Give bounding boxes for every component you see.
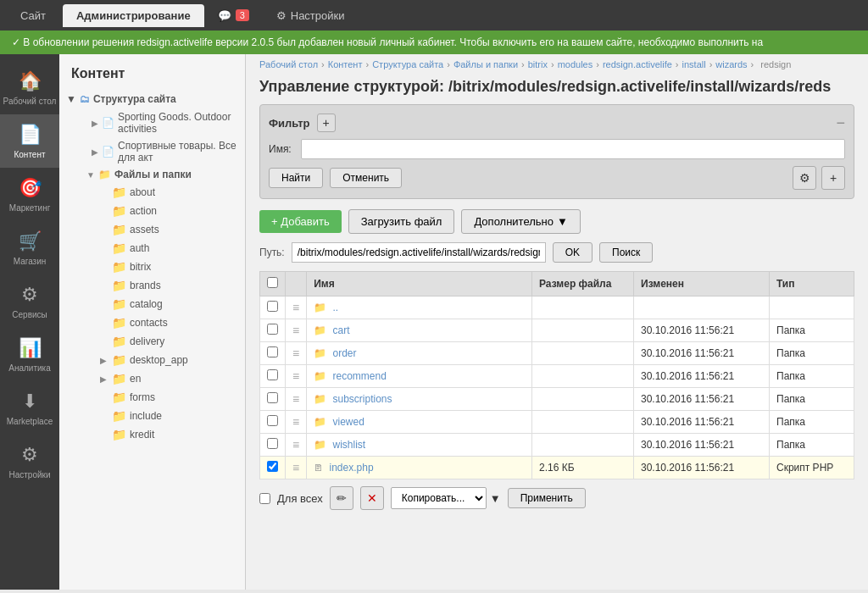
- filter-box: Фильтр + − Имя: Найти Отменить ⚙ +: [259, 104, 854, 199]
- sidebar-item-desktop[interactable]: 🏠 Рабочий стол: [0, 61, 59, 114]
- tree-structure-site[interactable]: ▼ 🗂 Структура сайта: [59, 90, 245, 108]
- left-panel: Контент ▼ 🗂 Структура сайта ▶ 📄 Sporting…: [59, 54, 246, 590]
- admin-tab[interactable]: Администрирование: [63, 4, 204, 27]
- php-icon: 🖹: [314, 463, 323, 473]
- more-button[interactable]: Дополнительно ▼: [461, 209, 580, 234]
- row-menu-icon[interactable]: ≡: [292, 461, 299, 474]
- home-icon: 🏠: [18, 69, 42, 93]
- path-ok-button[interactable]: OK: [553, 242, 593, 263]
- file-link-indexphp[interactable]: index.php: [330, 462, 374, 474]
- tree-item-delivery[interactable]: 📁 delivery: [71, 332, 245, 351]
- edit-icon-button[interactable]: ✏: [330, 486, 353, 510]
- tree-files-folders[interactable]: ▼ 📁 Файлы и папки: [71, 166, 245, 183]
- tree-item-catalog[interactable]: 📁 catalog: [71, 295, 245, 313]
- row-menu-icon[interactable]: ≡: [292, 392, 299, 406]
- tree-item-sporting[interactable]: ▶ 📄 Sporting Goods. Outdoor activities: [71, 108, 245, 137]
- copy-select[interactable]: Копировать...: [391, 487, 487, 509]
- notifications-tab[interactable]: 💬 3: [208, 4, 259, 27]
- add-button-label: + Добавить: [271, 215, 330, 228]
- row-menu-icon[interactable]: ≡: [292, 301, 299, 314]
- select-all-checkbox[interactable]: [267, 277, 278, 288]
- breadcrumb-wizards[interactable]: wizards: [715, 59, 747, 69]
- tree-item-contacts[interactable]: 📁 contacts: [71, 313, 245, 332]
- file-link-subscriptions[interactable]: subscriptions: [333, 393, 392, 405]
- settings-top[interactable]: ⚙ Настройки: [266, 4, 355, 27]
- row-menu-icon[interactable]: ≡: [292, 438, 299, 452]
- tree-item-forms[interactable]: 📁 forms: [71, 388, 245, 407]
- path-input[interactable]: [292, 242, 546, 263]
- tree-item-assets[interactable]: 📁 assets: [71, 220, 245, 239]
- tree-item-kredit[interactable]: 📁 kredit: [71, 425, 245, 444]
- row-checkbox[interactable]: [267, 346, 278, 357]
- sidebar-item-services[interactable]: ⚙ Сервисы: [0, 274, 59, 328]
- tree-item-brands[interactable]: 📁 brands: [71, 276, 245, 295]
- tree-item-about[interactable]: 📁 about: [71, 183, 245, 202]
- breadcrumb-bitrix[interactable]: bitrix: [528, 59, 548, 69]
- sidebar-item-marketplace[interactable]: ⬇ Marketplace: [0, 381, 59, 435]
- path-search-button[interactable]: Поиск: [599, 242, 653, 263]
- sidebar-item-marketing[interactable]: 🎯 Маркетинг: [0, 168, 59, 221]
- file-type: Папка: [770, 388, 854, 411]
- sidebar-item-settings[interactable]: ⚙ Настройки: [0, 435, 59, 488]
- row-checkbox[interactable]: [267, 415, 278, 426]
- row-menu-icon[interactable]: ≡: [292, 369, 299, 383]
- row-checkbox[interactable]: [267, 301, 278, 312]
- sidebar-item-content[interactable]: 📄 Контент: [0, 114, 59, 168]
- tree-item-sport-ru[interactable]: ▶ 📄 Спортивные товары. Все для акт: [71, 137, 245, 166]
- row-checkbox-selected[interactable]: [267, 461, 278, 472]
- folder-icon-action: 📁: [112, 204, 126, 218]
- breadcrumb-desktop[interactable]: Рабочий стол: [259, 59, 318, 69]
- filter-minimize-button[interactable]: −: [836, 114, 845, 132]
- analytics-icon: 📊: [18, 336, 42, 360]
- filter-name-input[interactable]: [301, 139, 845, 159]
- file-type: Папка: [770, 434, 854, 457]
- file-link-order[interactable]: order: [333, 347, 357, 359]
- row-checkbox[interactable]: [267, 392, 278, 403]
- file-link-wishlist[interactable]: wishlist: [333, 439, 366, 451]
- site-tab[interactable]: Сайт: [7, 4, 59, 27]
- filter-title: Фильтр: [269, 117, 310, 130]
- upload-button[interactable]: Загрузить файл: [348, 209, 455, 234]
- tree-item-bitrix[interactable]: 📁 bitrix: [71, 258, 245, 276]
- delete-icon-button[interactable]: ✕: [360, 486, 384, 510]
- services-icon: ⚙: [18, 283, 42, 307]
- tree-subtree: ▶ 📄 Sporting Goods. Outdoor activities ▶…: [59, 108, 245, 444]
- breadcrumb-modules[interactable]: modules: [558, 59, 593, 69]
- row-menu-icon[interactable]: ≡: [292, 324, 299, 337]
- row-checkbox[interactable]: [267, 438, 278, 449]
- tree-item-desktop-app[interactable]: ▶ 📁 desktop_app: [71, 351, 245, 369]
- tree-item-en[interactable]: ▶ 📁 en: [71, 369, 245, 388]
- apply-button[interactable]: Применить: [508, 488, 586, 508]
- folder-icon: 📁: [314, 416, 326, 428]
- sidebar-item-analytics[interactable]: 📊 Аналитика: [0, 328, 59, 381]
- filter-settings-icon[interactable]: ⚙: [793, 166, 816, 190]
- table-row: ≡ 📁 subscriptions 30.10.2016 11:56:21 Па…: [260, 388, 854, 411]
- add-button[interactable]: + Добавить: [259, 210, 342, 233]
- file-link-cart[interactable]: cart: [333, 324, 350, 336]
- tree-item-action[interactable]: 📁 action: [71, 202, 245, 220]
- filter-cancel-button[interactable]: Отменить: [330, 168, 402, 188]
- bottom-select-all[interactable]: [259, 493, 270, 504]
- table-row: ≡ 📁 order 30.10.2016 11:56:21 Папка: [260, 342, 854, 365]
- file-link-recommend[interactable]: recommend: [333, 370, 387, 382]
- breadcrumb-structure[interactable]: Структура сайта: [372, 59, 443, 69]
- filter-find-button[interactable]: Найти: [269, 168, 323, 188]
- breadcrumb-content[interactable]: Контент: [328, 59, 363, 69]
- file-link-parent[interactable]: ..: [333, 302, 339, 313]
- row-checkbox[interactable]: [267, 369, 278, 380]
- tree-item-auth[interactable]: 📁 auth: [71, 239, 245, 258]
- filter-name-row: Имя:: [269, 139, 845, 159]
- row-menu-icon[interactable]: ≡: [292, 415, 299, 429]
- sidebar-item-shop[interactable]: 🛒 Магазин: [0, 221, 59, 274]
- row-checkbox[interactable]: [267, 324, 278, 335]
- breadcrumb-redsign[interactable]: redsign.activelife: [603, 59, 672, 69]
- breadcrumb-files[interactable]: Файлы и папки: [453, 59, 518, 69]
- filter-plus-icon[interactable]: +: [821, 166, 845, 190]
- row-menu-icon[interactable]: ≡: [292, 346, 299, 360]
- filter-add-button[interactable]: +: [317, 114, 336, 132]
- file-link-viewed[interactable]: viewed: [333, 416, 364, 428]
- table-body: ≡ 📁 .. ≡ 📁 cart: [260, 296, 854, 479]
- breadcrumb-install[interactable]: install: [682, 59, 706, 69]
- tree-item-include[interactable]: 📁 include: [71, 407, 245, 425]
- for-all-label: Для всех: [277, 492, 323, 505]
